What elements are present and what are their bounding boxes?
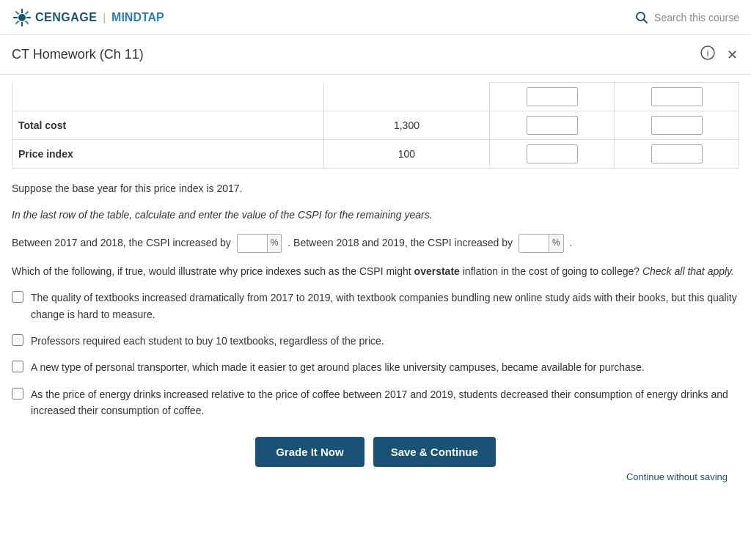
between-paragraph: Between 2017 and 2018, the CSPI increase… [12,234,739,253]
checkbox-group: The quality of textbooks increased drama… [12,290,739,419]
page-title: CT Homework (Ch 11) [12,47,144,62]
checkbox-label-4: As the price of energy drinks increased … [31,386,739,419]
close-button[interactable]: ✕ [725,45,739,65]
cutoff-input-2[interactable] [651,87,703,106]
mindtap-label: MINDTAP [111,11,164,24]
checkbox-label-2: Professors required each student to buy … [31,333,384,349]
checkbox-4[interactable] [12,388,23,399]
cengage-logo-icon [12,7,32,28]
logo-area: CENGAGE | MINDTAP [12,7,164,28]
table-row-price-index: Price index 100 [12,140,739,169]
checkbox-2[interactable] [12,334,23,346]
checkbox-label-1: The quality of textbooks increased drama… [31,290,739,323]
question-prefix: Which of the following, if true, would i… [12,265,414,277]
question-suffix: inflation in the cost of going to colleg… [460,265,640,277]
grade-it-now-button[interactable]: Grade It Now [255,437,364,467]
price-index-input-1[interactable] [527,144,578,163]
svg-line-5 [16,11,19,14]
table-row-cutoff [12,83,739,111]
continue-without-saving-link[interactable]: Continue without saving [626,471,728,482]
svg-text:i: i [707,48,709,59]
checkbox-label-3: A new type of personal transporter, whic… [31,359,645,375]
price-index-label: Price index [12,140,324,169]
total-cost-value: 1,300 [323,111,490,140]
svg-line-8 [16,21,19,23]
title-bar: CT Homework (Ch 11) i ✕ [0,35,751,75]
cspi-increase-2-input[interactable] [519,235,549,252]
title-icons: i ✕ [699,44,739,65]
data-table: Total cost 1,300 Price index 100 [12,82,739,169]
info-button[interactable]: i [699,44,717,65]
percent-symbol-2: % [549,235,563,252]
svg-line-10 [644,19,648,23]
save-continue-button[interactable]: Save & Continue [373,437,496,467]
logo-divider: | [103,12,106,23]
search-input-label[interactable]: Search this course [654,12,739,23]
between-text-2: . Between 2018 and 2019, the CSPI increa… [287,236,513,248]
button-row: Grade It Now Save & Continue [255,437,496,467]
between-text-3: . [569,236,572,248]
search-icon [635,11,648,24]
total-cost-input-2[interactable] [651,116,703,135]
cutoff-input-1[interactable] [527,87,578,106]
app-header: CENGAGE | MINDTAP Search this course [0,0,751,35]
checkbox-item-4: As the price of energy drinks increased … [12,386,739,419]
checkbox-item-1: The quality of textbooks increased drama… [12,290,739,323]
svg-line-6 [26,21,29,23]
total-cost-label: Total cost [12,111,324,140]
checkbox-item-2: Professors required each student to buy … [12,333,739,349]
base-year-paragraph: Suppose the base year for this price ind… [12,180,739,196]
table-row-total-cost: Total cost 1,300 [12,111,739,140]
between-text-1: Between 2017 and 2018, the CSPI increase… [12,236,231,248]
price-index-value: 100 [323,140,490,169]
instruction-paragraph: In the last row of the table, calculate … [12,207,739,223]
info-icon: i [700,45,715,60]
checkbox-1[interactable] [12,291,23,303]
svg-point-0 [18,14,26,21]
question-italic: Check all that apply. [642,265,734,277]
svg-line-7 [26,11,29,14]
total-cost-input-1[interactable] [527,116,578,135]
question-bold: overstate [414,265,460,277]
question-paragraph: Which of the following, if true, would i… [12,263,739,279]
cengage-label: CENGAGE [35,11,97,24]
search-area[interactable]: Search this course [635,11,739,24]
main-content: Total cost 1,300 Price index 100 [0,75,751,497]
percent-symbol-1: % [267,235,282,252]
checkbox-3[interactable] [12,361,23,372]
footer-bar: Grade It Now Save & Continue Continue wi… [12,430,739,482]
checkbox-item-3: A new type of personal transporter, whic… [12,359,739,375]
price-index-input-2[interactable] [651,144,703,163]
cspi-increase-1-input[interactable] [238,235,267,252]
